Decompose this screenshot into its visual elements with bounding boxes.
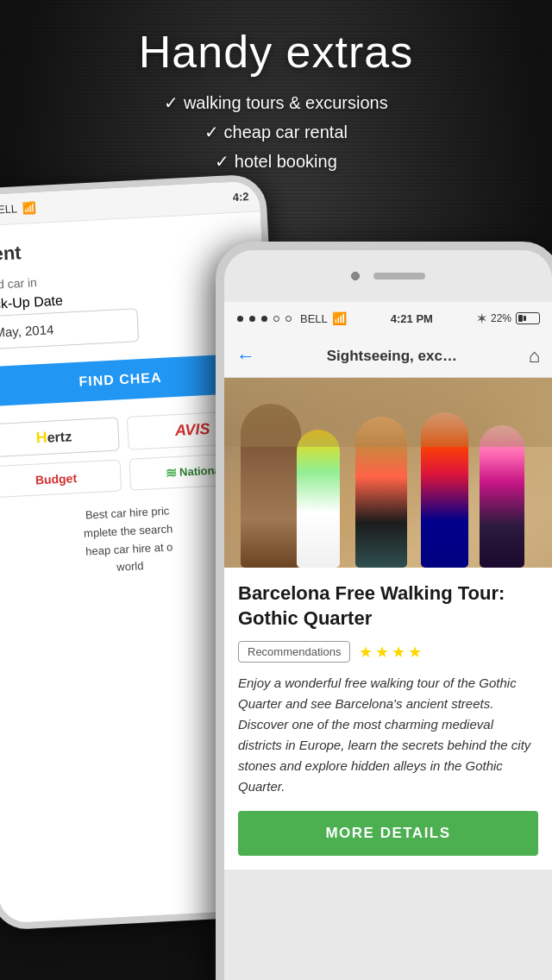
building-bg: [224, 378, 552, 447]
signal-dot-4: [273, 316, 279, 322]
star-rating: ★ ★ ★ ★: [359, 643, 422, 662]
tour-title: Barcelona Free Walking Tour: Gothic Quar…: [238, 581, 538, 631]
phone-camera: [351, 272, 360, 280]
battery-icon: [516, 312, 540, 324]
budget-logo: Budget: [0, 459, 122, 498]
statusbar: BELL 📶 4:21 PM ✶ 22%: [224, 302, 552, 335]
nav-title: Sightseeing, exc…: [266, 348, 518, 365]
signal-dot-1: [237, 316, 243, 322]
tour-badge-row: Recommendations ★ ★ ★ ★: [238, 641, 538, 663]
carrier-label: BELL: [300, 312, 328, 325]
star-2: ★: [375, 643, 389, 662]
phone-speaker: [373, 273, 425, 280]
battery-tip: [524, 316, 526, 321]
photo-simulation: [224, 378, 552, 568]
signal-dot-5: [285, 316, 292, 322]
back-carrier: ○○ BELL: [0, 202, 17, 217]
phone-top-hardware: [224, 250, 552, 302]
phone-front: BELL 📶 4:21 PM ✶ 22% ← Sightseeing, exc……: [216, 242, 552, 980]
home-button[interactable]: ⌂: [529, 345, 540, 368]
header-section: Handy extras ✓ walking tours & excursion…: [0, 26, 552, 176]
tour-image: [224, 378, 552, 568]
feature-1: ✓ walking tours & excursions: [0, 88, 552, 117]
tour-description: Enjoy a wonderful free walking tour of t…: [238, 673, 538, 797]
phone-screen: BELL 📶 4:21 PM ✶ 22% ← Sightseeing, exc……: [224, 302, 552, 870]
battery-pct-label: 22%: [491, 312, 511, 324]
star-1: ★: [359, 643, 373, 662]
bt-icon: ✶: [477, 312, 486, 325]
signal-dot-3: [261, 316, 267, 322]
statusbar-left: BELL 📶: [236, 311, 347, 325]
battery-fill: [518, 315, 523, 322]
navbar: ← Sightseeing, exc… ⌂: [224, 335, 552, 378]
back-button[interactable]: ←: [236, 345, 255, 368]
header-title: Handy extras: [0, 26, 552, 78]
more-details-button[interactable]: MORE DETAILS: [238, 811, 538, 856]
back-wifi-icon: 📶: [22, 201, 37, 215]
statusbar-right: ✶ 22%: [477, 312, 540, 325]
tour-info: Barcelona Free Walking Tour: Gothic Quar…: [224, 568, 552, 870]
statusbar-time: 4:21 PM: [391, 312, 433, 325]
header-features: ✓ walking tours & excursions ✓ cheap car…: [0, 88, 552, 176]
pickup-date-input[interactable]: May, 2014: [0, 308, 139, 349]
star-4: ★: [408, 643, 422, 662]
hertz-logo: H ertz: [0, 417, 120, 457]
back-screen-title: Rent: [0, 229, 248, 266]
figure-1: [297, 430, 340, 568]
recommendations-badge: Recommendations: [238, 641, 350, 663]
signal-dot-2: [249, 316, 255, 322]
wifi-icon: 📶: [332, 311, 347, 325]
feature-2: ✓ cheap car rental: [0, 117, 552, 147]
star-3: ★: [392, 643, 405, 662]
back-time: 4:2: [232, 190, 249, 204]
feature-3: ✓ hotel booking: [0, 147, 552, 176]
